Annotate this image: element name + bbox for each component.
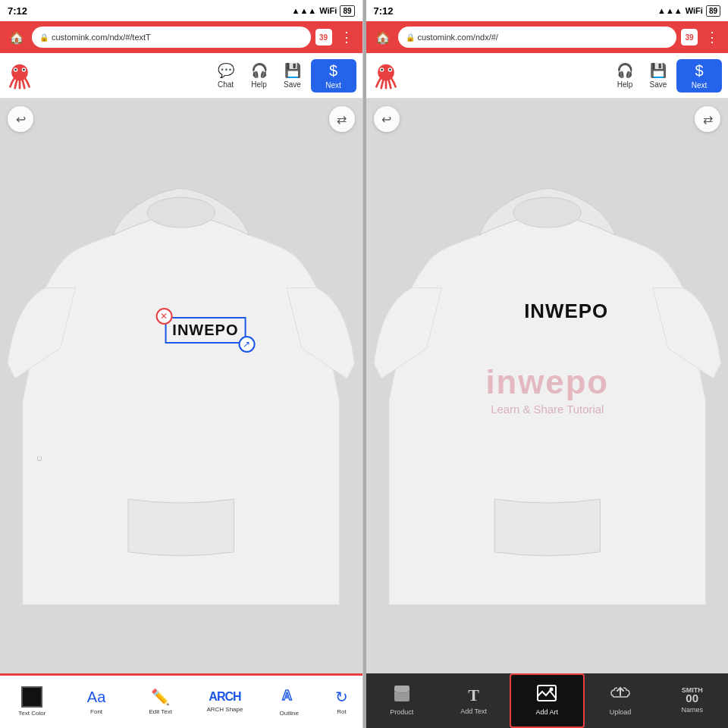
arch-icon: ARCH bbox=[209, 690, 240, 704]
chat-label: Chat bbox=[218, 80, 234, 89]
text-color-label: Text Color bbox=[18, 711, 46, 717]
add-text-label: Add Text bbox=[460, 708, 487, 716]
color-swatch bbox=[21, 686, 42, 708]
arch-shape-tool[interactable]: ARCH ARCH Shape bbox=[193, 676, 257, 728]
right-signal-icon: ▲▲▲ bbox=[657, 6, 682, 15]
left-text-element[interactable]: ✕ INWEPO ↗ bbox=[165, 317, 246, 344]
add-art-tool[interactable]: Add Art bbox=[510, 673, 585, 728]
product-tool[interactable]: Product bbox=[366, 673, 438, 728]
svg-point-4 bbox=[23, 68, 25, 71]
right-next-button[interactable]: $ Next bbox=[676, 59, 722, 93]
right-help-button[interactable]: 🎧 Help bbox=[610, 59, 640, 92]
names-icon: SMITH 00 bbox=[682, 687, 703, 704]
font-tool[interactable]: Aa Font bbox=[64, 676, 129, 728]
left-text-content: INWEPO bbox=[172, 322, 238, 338]
font-icon: Aa bbox=[87, 689, 105, 706]
left-url-text: customink.com/ndx/#/textT bbox=[52, 33, 151, 42]
help-icon: 🎧 bbox=[251, 62, 268, 79]
svg-point-12 bbox=[389, 68, 391, 71]
left-panel: 7:12 ▲▲▲ WiFi 89 🏠 🔒 customink.com/ndx/#… bbox=[0, 0, 363, 728]
svg-text:inwepo: inwepo bbox=[485, 363, 609, 400]
left-menu-button[interactable]: ⋮ bbox=[337, 29, 356, 46]
right-app-toolbar: 🎧 Help 💾 Save $ Next bbox=[366, 53, 729, 99]
svg-point-3 bbox=[14, 68, 17, 71]
help-label: Help bbox=[251, 80, 267, 89]
left-time: 7:12 bbox=[8, 5, 27, 17]
outline-tool[interactable]: A Outline bbox=[257, 676, 322, 728]
signal-icon: ▲▲▲ bbox=[292, 6, 317, 15]
save-label: Save bbox=[284, 80, 301, 89]
add-text-icon: T bbox=[468, 686, 479, 705]
arch-label: ARCH Shape bbox=[206, 707, 243, 714]
next-button[interactable]: $ Next bbox=[311, 59, 356, 93]
right-transform-button[interactable]: ⇄ bbox=[695, 106, 720, 132]
right-panel: 7:12 ▲▲▲ WiFi 89 🏠 🔒 customink.com/ndx/#… bbox=[366, 0, 729, 728]
chat-button[interactable]: 💬 Chat bbox=[211, 59, 241, 92]
left-back-button[interactable]: ↩ bbox=[8, 106, 33, 132]
right-back-button[interactable]: ↩ bbox=[374, 106, 400, 132]
left-browser-bar: 🏠 🔒 customink.com/ndx/#/textT 39 ⋮ bbox=[0, 21, 362, 53]
edit-text-icon: ✏️ bbox=[151, 688, 170, 706]
upload-icon bbox=[610, 685, 630, 706]
right-status-icons: ▲▲▲ WiFi 89 bbox=[657, 5, 720, 17]
names-tool[interactable]: SMITH 00 Names bbox=[656, 673, 728, 728]
left-url-bar[interactable]: 🔒 customink.com/ndx/#/textT bbox=[32, 27, 311, 48]
right-logo bbox=[372, 62, 400, 89]
names-label: Names bbox=[681, 707, 703, 714]
svg-point-11 bbox=[381, 68, 383, 71]
left-status-icons: ▲▲▲ WiFi 89 bbox=[292, 5, 355, 17]
upload-tool[interactable]: Upload bbox=[585, 673, 657, 728]
battery-icon: 89 bbox=[340, 5, 354, 17]
left-bottom-toolbar: Text Color Aa Font ✏️ Edit Text ARCH ARC… bbox=[0, 673, 362, 728]
product-icon bbox=[392, 685, 412, 706]
add-art-label: Add Art bbox=[535, 709, 558, 717]
right-lock-icon: 🔒 bbox=[406, 33, 415, 42]
svg-point-13 bbox=[513, 197, 581, 228]
right-dollar-icon: $ bbox=[695, 62, 703, 80]
resize-handle[interactable]: ↗ bbox=[238, 336, 255, 353]
text-color-tool[interactable]: Text Color bbox=[0, 676, 64, 728]
left-hoodie: C bbox=[0, 99, 362, 673]
right-bottom-toolbar: Product T Add Text Add Art bbox=[366, 673, 729, 728]
left-logo bbox=[6, 62, 33, 89]
left-home-button[interactable]: 🏠 bbox=[6, 27, 27, 48]
left-tab-count[interactable]: 39 bbox=[315, 29, 332, 46]
lock-icon: 🔒 bbox=[39, 33, 49, 42]
right-tab-count[interactable]: 39 bbox=[681, 29, 698, 46]
right-url-text: customink.com/ndx/#/ bbox=[418, 33, 498, 42]
chat-icon: 💬 bbox=[218, 62, 234, 79]
rotate-label: Rot bbox=[337, 709, 346, 716]
delete-text-button[interactable]: ✕ bbox=[155, 308, 172, 325]
right-help-label: Help bbox=[617, 80, 633, 89]
edit-text-label: Edit Text bbox=[149, 709, 172, 716]
right-status-bar: 7:12 ▲▲▲ WiFi 89 bbox=[366, 0, 729, 21]
svg-point-5 bbox=[147, 197, 215, 228]
add-text-tool[interactable]: T Add Text bbox=[438, 673, 510, 728]
right-wifi-icon: WiFi bbox=[686, 6, 703, 15]
right-time: 7:12 bbox=[374, 5, 394, 17]
right-next-label: Next bbox=[692, 81, 708, 89]
rotate-tool[interactable]: ↻ Rot bbox=[322, 676, 362, 728]
left-canvas: C ↩ ⇄ ✕ INWEPO ↗ bbox=[0, 99, 362, 673]
left-status-bar: 7:12 ▲▲▲ WiFi 89 bbox=[0, 0, 362, 21]
svg-text:A: A bbox=[282, 688, 292, 703]
edit-text-tool[interactable]: ✏️ Edit Text bbox=[128, 676, 193, 728]
left-app-toolbar: 💬 Chat 🎧 Help 💾 Save $ Next bbox=[0, 53, 362, 99]
right-save-button[interactable]: 💾 Save bbox=[643, 59, 673, 92]
right-home-button[interactable]: 🏠 bbox=[372, 27, 394, 48]
right-url-bar[interactable]: 🔒 customink.com/ndx/#/ bbox=[398, 27, 677, 48]
left-transform-button[interactable]: ⇄ bbox=[329, 106, 355, 132]
product-label: Product bbox=[390, 709, 413, 717]
rotate-icon: ↻ bbox=[335, 688, 348, 706]
right-menu-button[interactable]: ⋮ bbox=[702, 29, 722, 46]
add-art-icon bbox=[537, 685, 557, 706]
save-button[interactable]: 💾 Save bbox=[278, 59, 308, 92]
outline-icon: A bbox=[281, 686, 297, 708]
svg-text:INWEPO: INWEPO bbox=[524, 300, 608, 322]
right-hoodie: INWEPO inwepo Learn & Share Tutorial bbox=[366, 99, 729, 673]
help-button[interactable]: 🎧 Help bbox=[244, 59, 275, 92]
font-label: Font bbox=[90, 709, 102, 716]
upload-label: Upload bbox=[610, 709, 632, 717]
right-canvas: INWEPO inwepo Learn & Share Tutorial ↩ ⇄ bbox=[366, 99, 729, 673]
svg-text:C: C bbox=[35, 456, 43, 461]
